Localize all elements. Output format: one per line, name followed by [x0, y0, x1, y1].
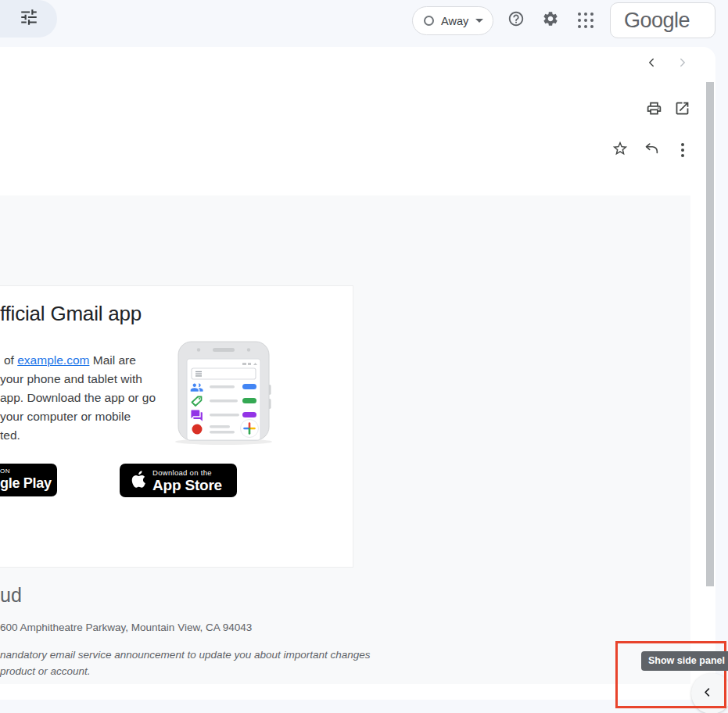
status-label: Away [441, 15, 468, 27]
disclaimer-line: product or account. [0, 664, 371, 680]
tune-icon [19, 7, 39, 30]
email-heading: fficial Gmail app [0, 302, 142, 326]
play-badge-top-text: ON [0, 468, 57, 475]
show-side-panel-button[interactable] [691, 673, 728, 713]
chevron-left-icon [701, 686, 713, 701]
paragraph-line: of example.com Mail are [0, 351, 156, 370]
play-badge-bottom-text: gle Play [0, 475, 57, 492]
chevron-left-icon [644, 56, 658, 73]
newer-email-button[interactable] [636, 48, 667, 80]
status-selector[interactable]: Away [412, 6, 493, 35]
older-email-button[interactable] [667, 48, 698, 80]
email-view-panel: fficial Gmail app of example.com Mail ar… [0, 47, 715, 700]
settings-button[interactable] [535, 5, 566, 36]
status-circle-icon [424, 16, 434, 26]
google-logo: Google [624, 9, 690, 33]
star-icon [611, 140, 629, 160]
email-content-card: fficial Gmail app of example.com Mail ar… [0, 285, 353, 568]
apple-icon [129, 469, 146, 493]
phone-illustration [174, 341, 274, 447]
vertical-scrollbar[interactable] [706, 82, 714, 586]
paragraph-line: app. Download the app or go [0, 389, 156, 407]
disclaimer-line: nandatory email service announcement to … [0, 647, 371, 664]
help-button[interactable] [500, 5, 532, 36]
open-in-new-icon [674, 100, 690, 120]
apps-grid-icon [578, 13, 594, 28]
search-options-button[interactable] [0, 0, 57, 38]
more-vert-icon [681, 143, 684, 157]
chevron-right-icon [676, 56, 690, 73]
example-link[interactable]: example.com [17, 353, 89, 367]
paragraph-text: of [4, 353, 17, 367]
footer-brand-fragment: ud [0, 584, 22, 607]
paragraph-line: your computer or mobile [0, 407, 156, 426]
more-options-button[interactable] [667, 134, 698, 166]
app-store-badge[interactable]: Download on the App Store [120, 464, 237, 497]
help-icon [507, 10, 525, 30]
show-side-panel-tooltip: Show side panel [641, 651, 728, 671]
email-body-background: fficial Gmail app of example.com Mail ar… [0, 195, 690, 684]
printer-icon [646, 100, 662, 120]
reply-icon [643, 140, 660, 160]
footer-disclaimer: nandatory email service announcement to … [0, 647, 371, 679]
top-header: Away Google [0, 0, 728, 47]
google-play-badge[interactable]: ON gle Play [0, 464, 57, 496]
gear-icon [542, 10, 559, 30]
apps-button[interactable] [570, 5, 601, 36]
print-button[interactable] [638, 94, 669, 125]
footer-address: 600 Amphitheatre Parkway, Mountain View,… [0, 622, 252, 633]
open-in-new-button[interactable] [666, 94, 698, 125]
email-paragraph: of example.com Mail are your phone and t… [0, 351, 156, 445]
appstore-badge-top-text: Download on the [152, 468, 222, 477]
reply-button[interactable] [636, 134, 667, 166]
star-button[interactable] [604, 134, 636, 166]
google-account-button[interactable]: Google [610, 2, 715, 38]
paragraph-line: your phone and tablet with [0, 370, 156, 389]
paragraph-line: ted. [0, 426, 156, 445]
chevron-down-icon [475, 19, 483, 23]
appstore-badge-bottom-text: App Store [152, 477, 222, 493]
paragraph-text: Mail are [89, 353, 135, 367]
